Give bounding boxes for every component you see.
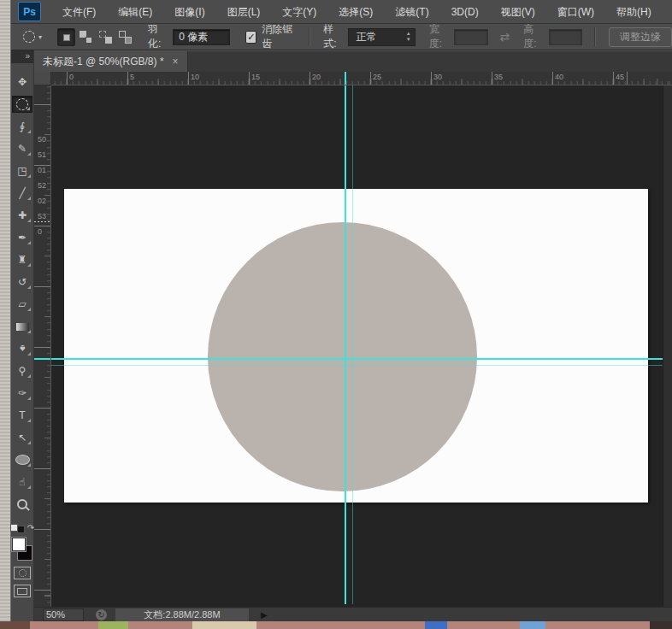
healing-brush-tool[interactable]: ✚ [12, 207, 32, 224]
color-swatches [11, 537, 33, 561]
ellipse-tool[interactable] [12, 451, 32, 468]
ruler-label: 15 [249, 73, 309, 81]
lasso-tool[interactable]: ∮ [12, 118, 32, 135]
ruler-label: 0 [42, 133, 46, 144]
path-selection-tool[interactable]: ↖ [12, 429, 32, 446]
height-label: 高度: [523, 22, 543, 51]
style-dropdown[interactable]: 正常 ▲▼ [348, 28, 415, 46]
brush-tool[interactable]: ✒ [12, 229, 32, 246]
ruler-label: 25 [370, 73, 431, 81]
screen-mode-button[interactable] [14, 585, 31, 597]
drawn-circle[interactable] [208, 222, 477, 491]
guide-marker [34, 358, 51, 360]
status-menu-arrow-icon[interactable]: ▶ [261, 610, 268, 620]
blur-tool[interactable]: ♠ [12, 340, 32, 357]
document-size-info: 文档:2.88M/2.88M [115, 608, 249, 621]
menu-item[interactable]: 编辑(E) [107, 0, 163, 24]
document-canvas[interactable] [64, 189, 648, 503]
tool-list: ✥ ∮ ✎ ◳ ╱ ✚ ✒ ♜ ↺ [12, 73, 32, 518]
ruler-label: 0 [67, 73, 127, 81]
menu-item[interactable]: 图层(L) [216, 0, 272, 24]
menu-item[interactable]: 文字(Y) [271, 0, 327, 24]
menu-item[interactable]: 选择(S) [327, 0, 384, 24]
taskbar-fragment [520, 621, 545, 629]
menu-item[interactable]: 文件(F) [51, 0, 107, 24]
antialias-checkbox[interactable]: ✓ [245, 31, 256, 44]
tool-preset-picker[interactable]: ▾ [20, 29, 45, 44]
taskbar-fragment [98, 621, 128, 629]
document-tab-title: 未标题-1 @ 50%(RGB/8) * [43, 55, 164, 69]
ruler-label: 10 [188, 73, 249, 81]
menu-bar: Ps 文件(F)编辑(E)图像(I)图层(L)文字(Y)选择(S)滤镜(T)3D… [11, 0, 672, 24]
vertical-guide-secondary[interactable] [352, 85, 353, 604]
ruler-label: 20 [309, 73, 370, 81]
type-tool[interactable]: T [12, 407, 32, 424]
chevron-down-icon: ▾ [38, 33, 42, 41]
cursor-position-marker [34, 221, 51, 222]
elliptical-marquee-tool[interactable] [12, 96, 32, 113]
taskbar-fragment [192, 621, 256, 629]
feather-label: 羽化: [148, 22, 168, 51]
style-value: 正常 [356, 30, 376, 44]
width-input [454, 29, 488, 45]
elliptical-marquee-icon [23, 31, 35, 43]
subtract-from-selection-button[interactable] [97, 28, 115, 46]
taskbar-fragment [425, 621, 447, 629]
default-swap-colors[interactable]: ↷ [10, 521, 34, 533]
menu-items: 文件(F)编辑(E)图像(I)图层(L)文字(Y)选择(S)滤镜(T)3D(D)… [51, 0, 663, 24]
refine-edge-button: 调整边缘 [609, 27, 672, 47]
ruler-label: 35 [492, 73, 552, 81]
add-to-selection-button[interactable] [77, 28, 95, 46]
collapse-panel-button[interactable]: » [11, 50, 33, 63]
menu-item[interactable]: 帮助(H) [605, 0, 663, 24]
eyedropper-tool[interactable]: ╱ [12, 185, 32, 202]
vertical-guide[interactable] [345, 85, 346, 604]
save-status-icon: ↻ [96, 609, 107, 620]
guide-marker [345, 72, 346, 85]
move-tool[interactable]: ✥ [12, 73, 32, 91]
clone-stamp-tool[interactable]: ♜ [12, 251, 32, 268]
canvas-viewport[interactable] [51, 85, 672, 607]
history-brush-tool[interactable]: ↺ [12, 273, 32, 291]
intersect-selection-button[interactable] [116, 28, 134, 46]
menu-item[interactable]: 窗口(W) [546, 0, 605, 24]
horizontal-guide-secondary[interactable] [51, 365, 663, 366]
close-tab-icon[interactable]: × [173, 56, 179, 68]
hand-tool[interactable]: ☝ [12, 473, 32, 491]
foreground-color-swatch[interactable] [11, 537, 27, 552]
menu-item[interactable]: 图像(I) [163, 0, 215, 24]
feather-input[interactable]: 0 像素 [173, 29, 230, 45]
zoom-level-field[interactable]: 50% [43, 608, 84, 621]
tools-panel: » ✥ ∮ ✎ ◳ ╱ ✚ ✒ ♜ [11, 50, 34, 621]
vertical-ruler[interactable]: 5051015202530 [34, 85, 51, 607]
document-tab[interactable]: 未标题-1 @ 50%(RGB/8) * × [34, 51, 188, 72]
horizontal-ruler[interactable]: 051015202530354045 [51, 72, 672, 85]
photoshop-logo: Ps [18, 2, 41, 21]
zoom-tool[interactable] [12, 496, 32, 513]
quick-mask-button[interactable] [14, 567, 31, 579]
quick-selection-tool[interactable]: ✎ [12, 140, 32, 157]
ruler-corner[interactable] [34, 72, 51, 85]
gradient-tool[interactable] [12, 318, 32, 335]
vertical-scrollbar[interactable] [663, 85, 672, 607]
new-selection-button[interactable] [57, 28, 75, 46]
crop-tool[interactable]: ◳ [12, 162, 32, 179]
swap-dimensions-icon: ⇄ [500, 30, 510, 44]
separator [309, 27, 309, 46]
ruler-label: 30 [431, 73, 492, 81]
photoshop-window: Ps 文件(F)编辑(E)图像(I)图层(L)文字(Y)选择(S)滤镜(T)3D… [0, 0, 672, 629]
tool-options-bar: ▾ 羽化: 0 像素 ✓ 消除锯齿 样式: 正常 ▲▼ 宽度: [11, 24, 672, 50]
ruler-label: 5 [127, 73, 188, 81]
width-label: 宽度: [429, 22, 449, 51]
eraser-tool[interactable]: ▱ [12, 296, 32, 313]
taskbar-sliver [0, 621, 672, 629]
dodge-tool[interactable]: ⚲ [12, 362, 32, 379]
mini-background-swatch [17, 526, 25, 533]
status-bar: 50% ↻ 文档:2.88M/2.88M ▶ [34, 607, 672, 621]
pen-tool[interactable]: ✑ [12, 385, 32, 402]
menu-item[interactable]: 滤镜(T) [384, 0, 439, 24]
menu-item[interactable]: 视图(V) [490, 0, 546, 24]
menu-item[interactable]: 3D(D) [440, 0, 490, 24]
ruler-label: 45 [613, 73, 672, 81]
horizontal-guide[interactable] [51, 358, 663, 360]
